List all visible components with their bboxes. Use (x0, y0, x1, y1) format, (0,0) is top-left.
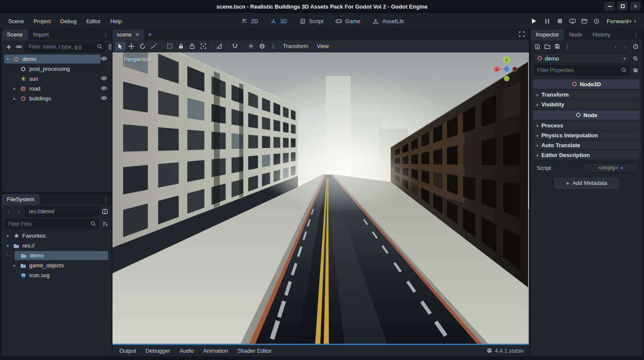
fs-row-res[interactable]: ▾ res:// (2, 241, 112, 251)
transform-menu[interactable]: Transform (279, 42, 312, 51)
play-button[interactable] (529, 16, 540, 26)
viewport-3d-scene[interactable] (112, 52, 529, 345)
workspace-game-button[interactable]: Game (330, 15, 365, 27)
tab-filesystem[interactable]: FileSystem (2, 194, 39, 205)
new-scene-tab-button[interactable]: + (144, 30, 156, 40)
tree-row-sun[interactable]: sun (2, 74, 112, 84)
history-back-icon[interactable]: ‹ (611, 42, 620, 51)
expander-icon[interactable]: ▾ (5, 233, 10, 238)
section-process[interactable]: ▸ Process (533, 121, 640, 130)
dock-options-icon[interactable]: ⋮ (630, 32, 642, 40)
tab-inspector[interactable]: Inspector (531, 29, 564, 40)
panel-shader-editor[interactable]: Shader Editor (233, 346, 276, 355)
version-info[interactable]: 4.4.1.stable (486, 348, 526, 354)
movie-maker-icon[interactable] (579, 16, 589, 26)
group-icon[interactable] (198, 42, 208, 51)
view-menu[interactable]: View (313, 42, 333, 51)
scene-filter-input[interactable] (25, 42, 105, 52)
remote-debug-icon[interactable] (567, 16, 577, 26)
resource-more-icon[interactable]: ⋮ (563, 42, 571, 51)
unlock-icon[interactable] (187, 42, 197, 51)
visibility-eye-icon[interactable] (100, 56, 107, 62)
selectable-icon[interactable] (164, 42, 175, 51)
filter-properties-input[interactable] (533, 65, 629, 76)
tab-history[interactable]: History (588, 29, 615, 40)
expander-icon[interactable]: ▸ (12, 86, 17, 91)
instance-scene-icon[interactable] (15, 42, 23, 51)
panel-output[interactable]: Output (115, 346, 140, 355)
menu-project[interactable]: Project (30, 16, 55, 26)
section-transform[interactable]: ▸ Transform (533, 90, 640, 99)
fs-row-game-objects[interactable]: ▸ game_objects (2, 260, 112, 270)
object-selector-dropdown[interactable]: demo ▾ (533, 53, 629, 64)
renderer-dropdown[interactable]: Forward+ ▾ (603, 17, 640, 26)
filter-files-input[interactable] (4, 219, 99, 229)
visibility-eye-icon[interactable] (100, 76, 107, 82)
new-resource-icon[interactable] (533, 42, 542, 51)
panel-debugger[interactable]: Debugger (141, 346, 174, 355)
tree-row-road[interactable]: ▸ road (2, 84, 112, 94)
expander-icon[interactable]: ▸ (12, 96, 17, 101)
lock-icon[interactable] (176, 42, 186, 51)
close-tab-icon[interactable]: ✕ (135, 32, 140, 38)
dock-options-icon[interactable]: ⋮ (99, 197, 112, 205)
workspace-2d-button[interactable]: 2D (236, 15, 263, 27)
forward-icon[interactable]: › (15, 207, 23, 216)
move-tool-icon[interactable] (126, 42, 137, 51)
load-resource-icon[interactable] (543, 42, 552, 51)
panel-audio[interactable]: Audio (175, 346, 198, 355)
path-input[interactable] (25, 206, 99, 217)
environment-icon[interactable] (257, 42, 267, 51)
3d-viewport[interactable]: ⋮ Perspective Y X (112, 52, 529, 345)
select-tool-icon[interactable] (115, 42, 125, 51)
fs-row-icon-svg[interactable]: icon.svg (2, 270, 112, 280)
ruler-icon[interactable] (214, 42, 224, 51)
dock-options-icon[interactable]: ⋮ (99, 32, 112, 40)
viewport-view-menu[interactable]: ⋮ Perspective (117, 57, 151, 63)
property-display-options-icon[interactable] (631, 66, 640, 75)
sun-icon[interactable] (246, 42, 256, 51)
section-visibility[interactable]: ▸ Visibility (533, 100, 640, 109)
rotate-tool-icon[interactable] (137, 42, 148, 51)
menu-editor[interactable]: Editor (82, 16, 105, 26)
tab-scene[interactable]: Scene (2, 29, 28, 40)
tab-node[interactable]: Node (564, 29, 587, 40)
view-more-icon[interactable]: ⋮ (268, 42, 278, 51)
section-physics-interpolation[interactable]: ▸ Physics Interpolation (533, 131, 640, 140)
view-axis-gizmo[interactable]: Y X (491, 56, 522, 90)
minimize-button[interactable] (605, 2, 615, 11)
scene-tab[interactable]: scene ✕ (112, 29, 144, 40)
pause-button[interactable] (541, 16, 553, 26)
profiler-icon[interactable] (591, 16, 601, 26)
tab-import[interactable]: Import (28, 29, 54, 40)
split-view-icon[interactable] (100, 207, 109, 216)
section-editor-description[interactable]: ▸ Editor Description (533, 151, 640, 160)
object-history-icon[interactable] (631, 42, 640, 51)
snap-icon[interactable] (230, 42, 240, 51)
fs-row-favorites[interactable]: ▾ Favorites: (2, 231, 112, 241)
menu-help[interactable]: Help (106, 16, 126, 26)
workspace-script-button[interactable]: Script (294, 15, 328, 27)
script-value-dropdown[interactable]: <empty> ▾ (582, 163, 639, 172)
save-resource-icon[interactable] (553, 42, 562, 51)
scale-tool-icon[interactable] (149, 42, 159, 51)
maximize-button[interactable] (617, 2, 628, 11)
tree-row-buildings[interactable]: ▸ buildings (2, 94, 112, 103)
sort-files-icon[interactable] (100, 220, 109, 228)
attach-script-icon[interactable] (107, 42, 112, 51)
menu-debug[interactable]: Debug (56, 16, 80, 26)
section-auto-translate[interactable]: ▸ Auto Translate (533, 141, 640, 150)
distraction-free-icon[interactable] (515, 31, 529, 40)
panel-animation[interactable]: Animation (199, 346, 232, 355)
workspace-assetlib-button[interactable]: AssetLib (368, 15, 408, 27)
visibility-eye-icon[interactable] (100, 85, 107, 92)
category-node[interactable]: Node (533, 110, 640, 120)
fs-row-demo[interactable]: demo (2, 251, 112, 260)
expander-icon[interactable]: ▸ (12, 263, 17, 268)
stop-button[interactable] (554, 16, 565, 26)
close-button[interactable]: × (630, 2, 641, 11)
tree-row-post-processing[interactable]: post_processing (2, 64, 112, 74)
open-docs-icon[interactable] (631, 54, 640, 63)
add-node-icon[interactable] (4, 42, 13, 51)
back-icon[interactable]: ‹ (4, 207, 13, 216)
